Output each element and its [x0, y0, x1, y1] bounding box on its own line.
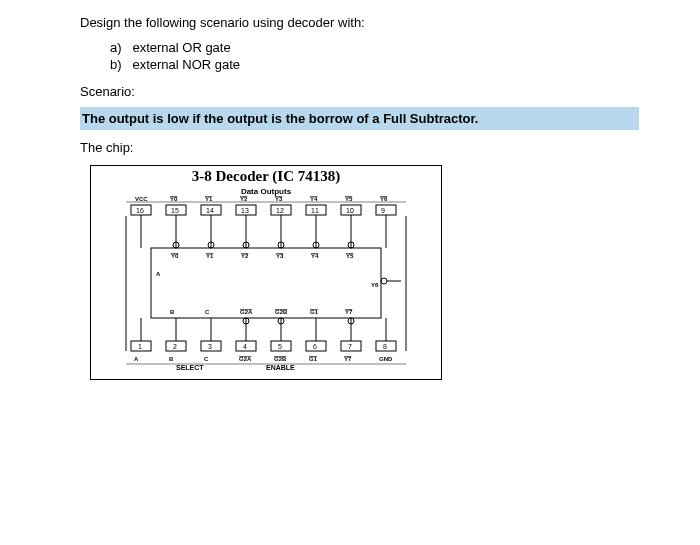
svg-text:16: 16 — [136, 207, 144, 214]
svg-text:Y7: Y7 — [344, 356, 352, 362]
svg-text:Y1: Y1 — [205, 196, 213, 202]
svg-text:Y1: Y1 — [206, 253, 214, 259]
option-a: a) external OR gate — [110, 40, 650, 55]
svg-text:13: 13 — [241, 207, 249, 214]
svg-point-91 — [381, 278, 387, 284]
svg-text:C: C — [204, 356, 209, 362]
svg-text:Y2: Y2 — [240, 196, 248, 202]
svg-text:3: 3 — [208, 343, 212, 350]
svg-text:2: 2 — [173, 343, 177, 350]
svg-text:GND: GND — [379, 356, 393, 362]
svg-text:Y4: Y4 — [311, 253, 319, 259]
chip-svg: VCC16Y015Y114Y213Y312Y411Y510Y69 1A2B3C4… — [101, 196, 431, 371]
svg-text:G1: G1 — [310, 309, 319, 315]
svg-text:Y3: Y3 — [275, 196, 283, 202]
svg-text:Y7: Y7 — [345, 309, 353, 315]
option-letter: a) — [110, 40, 122, 55]
svg-text:G2A: G2A — [239, 356, 252, 362]
svg-text:11: 11 — [311, 207, 319, 214]
svg-text:A: A — [134, 356, 139, 362]
diagram-subtitle: Data Outputs — [91, 187, 441, 196]
svg-text:VCC: VCC — [135, 196, 148, 202]
chip-label: The chip: — [80, 140, 650, 155]
scenario-label: Scenario: — [80, 84, 650, 99]
svg-text:Y6: Y6 — [371, 282, 379, 288]
svg-text:A: A — [156, 271, 161, 277]
question-text: Design the following scenario using deco… — [80, 15, 650, 30]
svg-text:Y6: Y6 — [380, 196, 388, 202]
svg-text:7: 7 — [348, 343, 352, 350]
svg-text:B: B — [170, 309, 175, 315]
svg-text:G2A: G2A — [240, 309, 253, 315]
svg-text:14: 14 — [206, 207, 214, 214]
option-letter: b) — [110, 57, 122, 72]
svg-text:15: 15 — [171, 207, 179, 214]
svg-text:Y0: Y0 — [171, 253, 179, 259]
svg-rect-29 — [376, 205, 396, 215]
svg-text:Y2: Y2 — [241, 253, 249, 259]
svg-text:B: B — [169, 356, 174, 362]
svg-text:SELECT: SELECT — [176, 364, 204, 371]
svg-text:9: 9 — [381, 207, 385, 214]
svg-text:6: 6 — [313, 343, 317, 350]
svg-text:1: 1 — [138, 343, 142, 350]
decoder-diagram: 3-8 Decoder (IC 74138) Data Outputs VCC1… — [90, 165, 442, 380]
svg-text:Y0: Y0 — [170, 196, 178, 202]
options-list: a) external OR gate b) external NOR gate — [80, 40, 650, 72]
svg-text:Y5: Y5 — [346, 253, 354, 259]
diagram-title: 3-8 Decoder (IC 74138) — [91, 166, 441, 187]
svg-text:C: C — [205, 309, 210, 315]
svg-text:Y5: Y5 — [345, 196, 353, 202]
svg-text:G2B: G2B — [274, 356, 287, 362]
svg-text:5: 5 — [278, 343, 282, 350]
svg-text:8: 8 — [383, 343, 387, 350]
svg-text:G2B: G2B — [275, 309, 288, 315]
svg-text:Y3: Y3 — [276, 253, 284, 259]
svg-text:4: 4 — [243, 343, 247, 350]
option-text: external NOR gate — [132, 57, 240, 72]
svg-text:G1: G1 — [309, 356, 318, 362]
svg-text:10: 10 — [346, 207, 354, 214]
svg-text:12: 12 — [276, 207, 284, 214]
svg-text:ENABLE: ENABLE — [266, 364, 295, 371]
option-text: external OR gate — [132, 40, 230, 55]
scenario-highlight: The output is low if the output is the b… — [80, 107, 639, 130]
svg-text:Y4: Y4 — [310, 196, 318, 202]
option-b: b) external NOR gate — [110, 57, 650, 72]
